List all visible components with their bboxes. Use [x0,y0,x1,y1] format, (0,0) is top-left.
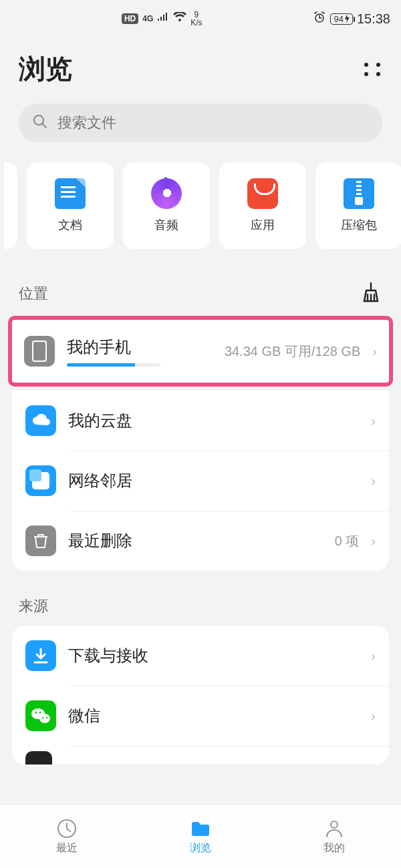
wifi-icon [173,12,186,25]
search-icon [32,114,48,132]
category-audio[interactable]: 音频 [123,162,210,249]
chevron-right-icon: › [372,344,377,359]
section-title: 位置 [19,284,360,304]
chevron-right-icon: › [371,708,376,724]
cleanup-icon[interactable] [360,281,382,306]
page-title: 浏览 [19,51,362,87]
sources-header: 来源 [0,571,401,626]
row-title: 微信 [68,705,359,726]
nav-label: 浏览 [190,841,211,855]
svg-point-4 [39,714,50,723]
row-title: 我的云盘 [68,410,359,431]
row-title: 网络邻居 [68,470,359,491]
row-title: 我的手机 [67,337,213,358]
bottom-nav: 最近 浏览 我的 [0,804,401,868]
more-menu-button[interactable] [362,59,382,79]
network-gen: 4G [142,14,153,23]
hd-badge: HD [122,13,138,24]
cloud-icon [25,405,56,436]
location-recently-deleted[interactable]: 最近删除 0 项 › [12,511,389,571]
network-icon [25,465,56,496]
location-my-phone[interactable]: 我的手机 34.34 GB 可用/128 GB › [12,320,389,383]
category-label: 应用 [251,217,275,233]
nav-label: 我的 [323,841,345,855]
location-cloud-drive[interactable]: 我的云盘 › [12,391,389,451]
category-apps[interactable]: 应用 [219,162,306,249]
category-prev-peek[interactable] [4,162,17,249]
svg-point-10 [331,821,338,828]
page-header: 浏览 [0,37,401,103]
signal-bars-icon [157,13,169,25]
locations-list: 我的云盘 › 网络邻居 › 最近删除 0 项 › [12,391,389,571]
svg-point-8 [46,717,47,718]
row-title: 下载与接收 [68,645,359,666]
zip-icon [344,178,374,209]
source-wechat[interactable]: 微信 › [12,686,389,746]
app-icon [247,178,278,209]
wechat-icon [25,700,56,731]
section-title: 来源 [19,596,382,616]
battery-indicator: 94 [330,13,352,25]
category-archives[interactable]: 压缩包 [315,162,401,249]
chevron-right-icon: › [371,533,376,549]
svg-point-7 [42,717,43,718]
category-row[interactable]: 文档 音频 应用 压缩包 [0,142,401,249]
nav-recent[interactable]: 最近 [0,805,134,868]
audio-icon [151,178,182,209]
source-downloads[interactable]: 下载与接收 › [12,626,389,686]
phone-icon [24,336,55,367]
folder-icon [189,817,212,840]
row-meta: 0 项 [335,532,360,550]
app-icon-peek [25,751,52,765]
chevron-right-icon: › [371,473,376,489]
location-network-neighbors[interactable]: 网络邻居 › [12,451,389,511]
search-input[interactable] [57,114,369,132]
category-documents[interactable]: 文档 [27,162,114,249]
nav-mine[interactable]: 我的 [267,805,401,868]
download-icon [25,640,56,671]
category-label: 文档 [58,217,82,233]
row-title: 最近删除 [68,530,323,552]
category-label: 压缩包 [341,217,377,233]
svg-point-6 [39,712,41,714]
status-bar: HD 4G 9 K/s 94 15:38 [0,0,401,37]
doc-icon [55,178,86,209]
search-bar[interactable] [19,103,382,142]
sources-list: 下载与接收 › 微信 › [12,626,389,765]
source-more-peek[interactable] [12,746,389,765]
storage-bar [67,363,160,367]
person-icon [323,817,346,840]
svg-line-2 [42,124,46,128]
locations-header: 位置 [0,249,401,316]
nav-label: 最近 [56,841,78,855]
nav-browse[interactable]: 浏览 [134,805,267,868]
trash-icon [25,525,56,556]
category-label: 音频 [154,217,178,233]
clock-time: 15:38 [357,11,390,27]
chevron-right-icon: › [371,413,376,429]
alarm-icon [313,11,326,27]
storage-meta: 34.34 GB 可用/128 GB [225,343,360,361]
network-speed: 9 K/s [190,11,202,27]
highlight-annotation: 我的手机 34.34 GB 可用/128 GB › [8,316,393,387]
chevron-right-icon: › [371,648,376,664]
svg-point-5 [35,712,37,714]
clock-icon [55,817,78,840]
